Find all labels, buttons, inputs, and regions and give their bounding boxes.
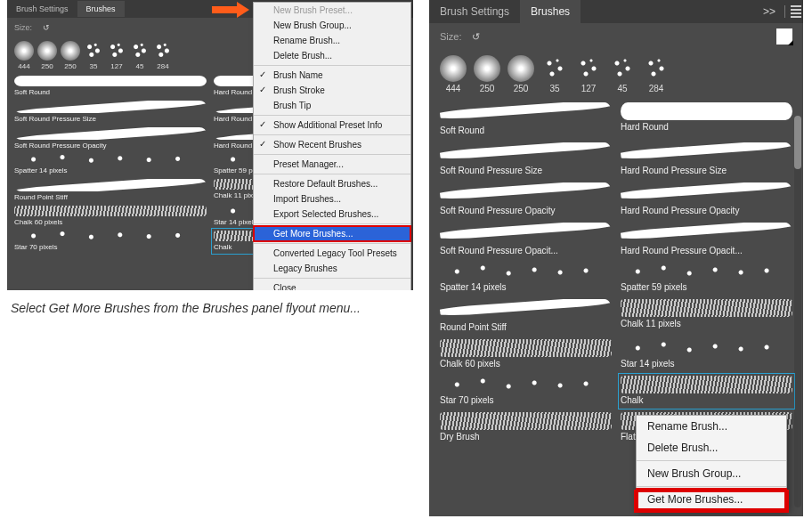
brush-size-number: 444 [14,62,34,70]
brush-size-number: 35 [541,84,568,93]
recent-brush-thumb[interactable]: 444 [440,55,467,93]
brush-preset-item[interactable]: Round Point Stiff [12,177,208,204]
menu-item[interactable]: Rename Brush... [637,416,786,437]
brush-stroke-preview [14,154,207,165]
recent-brush-thumb[interactable]: 45 [130,41,150,70]
brush-preset-item[interactable]: Soft Round Pressure Opacity [438,181,613,219]
menu-item[interactable]: Brush Name [254,68,410,83]
brush-size-number: 250 [37,62,57,70]
brush-preset-item[interactable]: Star 70 pixels [438,374,613,409]
menu-item[interactable]: Restore Default Brushes... [254,176,410,191]
recent-brush-thumb[interactable]: 284 [643,55,670,93]
tab-brush-settings[interactable]: Brush Settings [7,1,77,17]
brush-preset-item[interactable]: Soft Round Pressure Opacity [12,126,208,152]
menu-item[interactable]: Export Selected Brushes... [254,207,410,222]
brush-preset-item[interactable]: Star 14 pixels [619,337,794,372]
menu-item[interactable]: Close [254,280,410,290]
menu-item[interactable]: Legacy Brushes [254,261,410,276]
brush-preset-item[interactable]: Spatter 59 pixels [619,261,794,296]
menu-item[interactable]: Brush Tip [254,98,410,113]
brush-preset-label: Round Point Stiff [440,322,612,332]
recent-brush-thumb[interactable]: 35 [84,41,103,70]
menu-item[interactable]: Converted Legacy Tool Presets [254,246,410,261]
brush-preset-item[interactable]: Hard Round [619,101,794,139]
brush-preview-swatch[interactable] [776,28,792,45]
menu-item[interactable]: Preset Manager... [254,157,410,172]
menu-item[interactable]: Show Additional Preset Info [254,118,410,133]
menu-item[interactable]: Get More Brushes... [637,489,786,510]
brush-tip-icon [609,55,636,82]
recent-brush-thumb[interactable]: 250 [508,55,534,93]
menu-item[interactable]: New Brush Group... [637,463,786,484]
brush-tip-icon [541,55,568,82]
brush-stroke-preview [440,223,612,244]
brush-preset-item[interactable]: Chalk [619,374,794,409]
brush-tip-icon [575,55,602,82]
recent-brush-thumb[interactable]: 250 [474,55,500,93]
brush-size-number: 35 [84,62,103,70]
brush-preset-item[interactable]: Chalk 60 pixels [438,337,613,372]
brush-preset-item[interactable]: Hard Round Pressure Size [619,141,794,179]
brush-tip-icon [153,41,173,61]
brush-preset-item[interactable]: Dry Brush [438,410,613,445]
flyout-menu-icon[interactable] [789,4,803,20]
size-label: Size: [14,23,32,32]
tab-brush-settings[interactable]: Brush Settings [429,0,520,23]
brush-preset-item[interactable]: Hard Round Pressure Opacit... [619,221,794,259]
brush-preset-item[interactable]: Soft Round [438,101,613,139]
brush-stroke-preview [621,102,792,120]
menu-item[interactable]: Show Recent Brushes [254,137,410,152]
figure-caption: Select Get More Brushes from the Brushes… [7,290,413,326]
recent-brush-thumb[interactable]: 45 [609,55,636,93]
recent-brushes-row: 4442502503512745284 [429,50,803,97]
recent-brush-thumb[interactable]: 444 [14,41,34,70]
scrollbar[interactable] [794,116,801,507]
brush-preset-item[interactable]: Soft Round Pressure Size [12,99,208,126]
menu-item[interactable]: Get More Brushes... [254,226,410,241]
brush-preset-label: Soft Round Pressure Opacity [14,142,207,150]
brush-preset-item[interactable]: Soft Round Pressure Size [438,141,613,179]
brush-preset-item[interactable]: Chalk 11 pixels [619,297,794,336]
brushes-panel-large: Brush Settings Brushes >> Size: ↺ 444250… [429,0,803,516]
brush-preset-label: Hard Round [621,122,792,132]
recent-brush-thumb[interactable]: 35 [541,55,568,93]
menu-item[interactable]: Delete Brush... [254,48,410,63]
menu-item[interactable]: New Brush Group... [254,18,410,33]
recent-brush-thumb[interactable]: 250 [61,41,80,70]
brush-preset-item[interactable]: Spatter 14 pixels [12,152,208,177]
tab-brushes[interactable]: Brushes [520,0,581,23]
brush-preset-item[interactable]: Spatter 14 pixels [438,261,613,296]
brush-stroke-preview [621,142,792,164]
brush-preset-item[interactable]: Soft Round [12,74,208,99]
size-label: Size: [440,31,461,42]
brush-size-number: 250 [474,84,500,93]
brush-preset-label: Hard Round Pressure Opacit... [621,246,792,255]
brush-stroke-preview [14,101,207,113]
size-reset-icon[interactable]: ↺ [467,30,484,43]
brush-stroke-preview [14,76,207,86]
brush-preset-item[interactable]: Soft Round Pressure Opacit... [438,221,613,259]
scrollbar-thumb[interactable] [794,116,801,169]
menu-item[interactable]: Delete Brush... [637,437,786,458]
menu-item[interactable]: Import Brushes... [254,191,410,207]
brush-tip-icon [61,41,80,61]
brush-preset-item[interactable]: Chalk 60 pixels [12,204,208,229]
menu-item[interactable]: Brush Stroke [254,83,410,98]
brush-preset-item[interactable]: Hard Round Pressure Opacity [619,181,794,219]
tab-brushes[interactable]: Brushes [77,1,125,17]
brush-stroke-preview [14,127,207,140]
menu-item[interactable]: Rename Brush... [254,33,410,48]
brush-preset-label: Spatter 59 pixels [621,282,792,292]
collapse-icon[interactable]: >> [758,5,781,18]
brush-preset-label: Chalk [621,395,792,405]
brush-preset-item[interactable]: Star 70 pixels [12,229,208,254]
recent-brush-thumb[interactable]: 127 [107,41,126,70]
size-reset-icon[interactable]: ↺ [37,21,55,34]
brush-preset-label: Soft Round [440,126,612,135]
recent-brush-thumb[interactable]: 127 [575,55,602,93]
recent-brush-thumb[interactable]: 250 [37,41,57,70]
brush-preset-item[interactable]: Round Point Stiff [438,297,613,336]
brush-stroke-preview [440,263,612,280]
recent-brush-thumb[interactable]: 284 [153,41,173,70]
brush-preset-label: Hard Round Pressure Size [621,166,792,175]
